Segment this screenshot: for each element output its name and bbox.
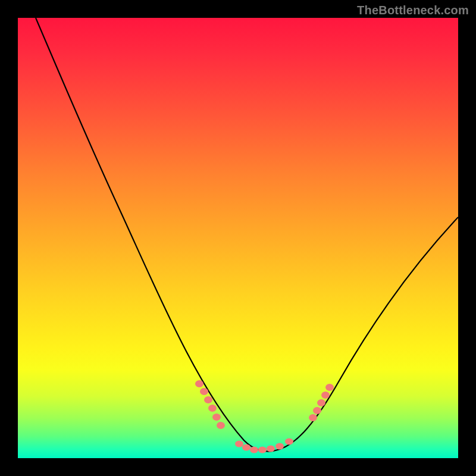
bottleneck-curve-svg xyxy=(18,18,458,458)
svg-point-10 xyxy=(267,446,275,452)
svg-point-4 xyxy=(212,414,221,421)
svg-point-9 xyxy=(258,447,267,453)
bottleneck-curve xyxy=(36,18,458,452)
svg-point-7 xyxy=(242,444,250,451)
svg-point-14 xyxy=(313,407,321,414)
chart-frame: TheBottleneck.com xyxy=(0,0,476,476)
marker-right-cluster xyxy=(309,384,334,421)
svg-point-2 xyxy=(204,396,212,403)
svg-point-13 xyxy=(309,414,317,421)
svg-point-0 xyxy=(195,380,203,387)
svg-point-17 xyxy=(325,384,334,391)
watermark-text: TheBottleneck.com xyxy=(357,4,469,17)
marker-left-cluster xyxy=(195,380,225,429)
svg-point-12 xyxy=(285,439,293,445)
svg-point-16 xyxy=(321,392,330,399)
svg-point-15 xyxy=(317,399,325,406)
svg-point-1 xyxy=(200,388,208,395)
plot-area xyxy=(18,18,458,458)
svg-point-8 xyxy=(250,447,258,453)
svg-point-11 xyxy=(275,443,284,450)
svg-point-6 xyxy=(235,441,243,447)
svg-point-3 xyxy=(208,405,217,412)
svg-point-5 xyxy=(217,422,225,429)
